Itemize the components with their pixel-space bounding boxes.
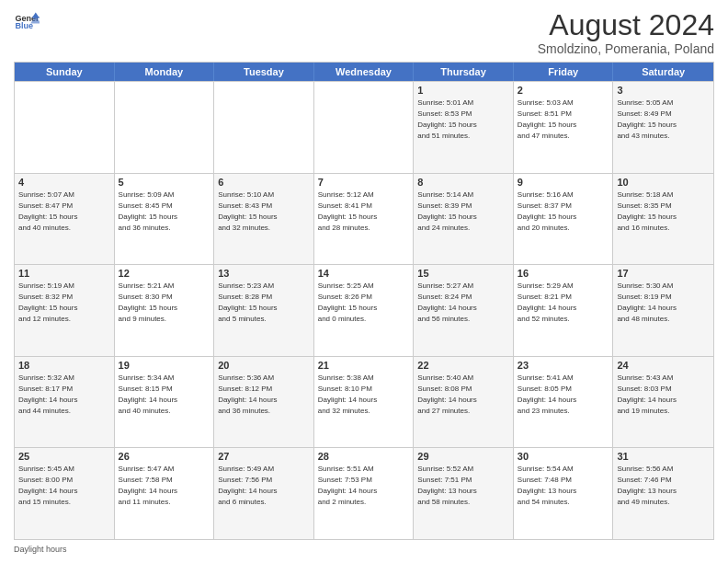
cal-cell-4-3: 28Sunrise: 5:51 AM Sunset: 7:53 PM Dayli… <box>314 448 415 539</box>
cal-cell-1-3: 7Sunrise: 5:12 AM Sunset: 8:41 PM Daylig… <box>314 174 415 265</box>
cal-cell-3-1: 19Sunrise: 5:34 AM Sunset: 8:15 PM Dayli… <box>115 357 215 448</box>
cal-row-3: 18Sunrise: 5:32 AM Sunset: 8:17 PM Dayli… <box>15 356 713 448</box>
cal-cell-3-5: 23Sunrise: 5:41 AM Sunset: 8:05 PM Dayli… <box>514 357 614 448</box>
day-info: Sunrise: 5:18 AM Sunset: 8:35 PM Dayligh… <box>617 190 710 234</box>
day-number: 6 <box>218 177 310 188</box>
day-number: 13 <box>218 268 310 279</box>
cal-cell-3-0: 18Sunrise: 5:32 AM Sunset: 8:17 PM Dayli… <box>15 357 115 448</box>
day-info: Sunrise: 5:21 AM Sunset: 8:30 PM Dayligh… <box>119 281 210 325</box>
day-info: Sunrise: 5:56 AM Sunset: 7:46 PM Dayligh… <box>617 464 710 508</box>
logo: General Blue <box>14 9 40 35</box>
cal-cell-2-3: 14Sunrise: 5:25 AM Sunset: 8:26 PM Dayli… <box>314 265 415 356</box>
cal-cell-4-1: 26Sunrise: 5:47 AM Sunset: 7:58 PM Dayli… <box>115 448 215 539</box>
day-info: Sunrise: 5:34 AM Sunset: 8:15 PM Dayligh… <box>119 373 210 417</box>
day-number: 15 <box>417 268 509 279</box>
weekday-header-tuesday: Tuesday <box>214 63 314 81</box>
day-number: 4 <box>18 177 110 188</box>
cal-cell-3-3: 21Sunrise: 5:38 AM Sunset: 8:10 PM Dayli… <box>314 357 415 448</box>
day-number: 7 <box>318 177 410 188</box>
cal-cell-0-4: 1Sunrise: 5:01 AM Sunset: 8:53 PM Daylig… <box>414 82 514 173</box>
day-info: Sunrise: 5:45 AM Sunset: 8:00 PM Dayligh… <box>18 464 110 508</box>
cal-row-1: 4Sunrise: 5:07 AM Sunset: 8:47 PM Daylig… <box>15 173 713 265</box>
cal-cell-2-0: 11Sunrise: 5:19 AM Sunset: 8:32 PM Dayli… <box>15 265 115 356</box>
cal-cell-2-5: 16Sunrise: 5:29 AM Sunset: 8:21 PM Dayli… <box>514 265 614 356</box>
cal-cell-2-6: 17Sunrise: 5:30 AM Sunset: 8:19 PM Dayli… <box>613 265 713 356</box>
day-info: Sunrise: 5:09 AM Sunset: 8:45 PM Dayligh… <box>119 190 210 234</box>
day-info: Sunrise: 5:43 AM Sunset: 8:03 PM Dayligh… <box>617 373 710 417</box>
day-info: Sunrise: 5:32 AM Sunset: 8:17 PM Dayligh… <box>18 373 110 417</box>
title-block: August 2024 Smoldzino, Pomerania, Poland <box>538 9 714 56</box>
calendar: SundayMondayTuesdayWednesdayThursdayFrid… <box>14 62 714 540</box>
day-number: 8 <box>417 177 509 188</box>
day-info: Sunrise: 5:05 AM Sunset: 8:49 PM Dayligh… <box>617 98 710 142</box>
day-info: Sunrise: 5:30 AM Sunset: 8:19 PM Dayligh… <box>617 281 710 325</box>
day-info: Sunrise: 5:54 AM Sunset: 7:48 PM Dayligh… <box>518 464 609 508</box>
day-number: 10 <box>617 177 710 188</box>
day-number: 2 <box>518 85 609 96</box>
day-number: 14 <box>318 268 410 279</box>
footer-text: Daylight hours <box>14 545 67 554</box>
day-number: 11 <box>18 268 110 279</box>
cal-row-0: 1Sunrise: 5:01 AM Sunset: 8:53 PM Daylig… <box>15 81 713 173</box>
day-info: Sunrise: 5:49 AM Sunset: 7:56 PM Dayligh… <box>218 464 310 508</box>
day-info: Sunrise: 5:47 AM Sunset: 7:58 PM Dayligh… <box>119 464 210 508</box>
day-number: 30 <box>518 451 609 462</box>
day-info: Sunrise: 5:12 AM Sunset: 8:41 PM Dayligh… <box>318 190 410 234</box>
cal-cell-1-4: 8Sunrise: 5:14 AM Sunset: 8:39 PM Daylig… <box>414 174 514 265</box>
cal-cell-4-0: 25Sunrise: 5:45 AM Sunset: 8:00 PM Dayli… <box>15 448 115 539</box>
footer: Daylight hours <box>14 545 714 554</box>
day-info: Sunrise: 5:52 AM Sunset: 7:51 PM Dayligh… <box>417 464 509 508</box>
day-number: 9 <box>518 177 609 188</box>
day-info: Sunrise: 5:29 AM Sunset: 8:21 PM Dayligh… <box>518 281 609 325</box>
cal-cell-1-2: 6Sunrise: 5:10 AM Sunset: 8:43 PM Daylig… <box>214 174 314 265</box>
weekday-header-sunday: Sunday <box>15 63 115 81</box>
day-info: Sunrise: 5:40 AM Sunset: 8:08 PM Dayligh… <box>417 373 509 417</box>
day-info: Sunrise: 5:41 AM Sunset: 8:05 PM Dayligh… <box>518 373 609 417</box>
cal-cell-2-1: 12Sunrise: 5:21 AM Sunset: 8:30 PM Dayli… <box>115 265 215 356</box>
day-info: Sunrise: 5:19 AM Sunset: 8:32 PM Dayligh… <box>18 281 110 325</box>
day-info: Sunrise: 5:07 AM Sunset: 8:47 PM Dayligh… <box>18 190 110 234</box>
cal-cell-4-4: 29Sunrise: 5:52 AM Sunset: 7:51 PM Dayli… <box>414 448 514 539</box>
day-info: Sunrise: 5:16 AM Sunset: 8:37 PM Dayligh… <box>518 190 609 234</box>
day-info: Sunrise: 5:14 AM Sunset: 8:39 PM Dayligh… <box>417 190 509 234</box>
subtitle: Smoldzino, Pomerania, Poland <box>538 41 714 56</box>
day-number: 17 <box>617 268 710 279</box>
cal-cell-1-0: 4Sunrise: 5:07 AM Sunset: 8:47 PM Daylig… <box>15 174 115 265</box>
cal-cell-2-2: 13Sunrise: 5:23 AM Sunset: 8:28 PM Dayli… <box>214 265 314 356</box>
logo-icon: General Blue <box>14 9 40 35</box>
weekday-header-monday: Monday <box>115 63 215 81</box>
cal-cell-1-5: 9Sunrise: 5:16 AM Sunset: 8:37 PM Daylig… <box>514 174 614 265</box>
page: General Blue August 2024 Smoldzino, Pome… <box>0 0 728 563</box>
day-number: 24 <box>617 360 710 371</box>
weekday-header-friday: Friday <box>514 63 614 81</box>
cal-cell-4-6: 31Sunrise: 5:56 AM Sunset: 7:46 PM Dayli… <box>613 448 713 539</box>
cal-cell-4-2: 27Sunrise: 5:49 AM Sunset: 7:56 PM Dayli… <box>214 448 314 539</box>
cal-cell-2-4: 15Sunrise: 5:27 AM Sunset: 8:24 PM Dayli… <box>414 265 514 356</box>
cal-cell-0-2 <box>214 82 314 173</box>
day-number: 27 <box>218 451 310 462</box>
day-info: Sunrise: 5:38 AM Sunset: 8:10 PM Dayligh… <box>318 373 410 417</box>
day-number: 3 <box>617 85 710 96</box>
main-title: August 2024 <box>538 9 714 41</box>
day-number: 12 <box>119 268 210 279</box>
day-number: 23 <box>518 360 609 371</box>
cal-cell-4-5: 30Sunrise: 5:54 AM Sunset: 7:48 PM Dayli… <box>514 448 614 539</box>
day-number: 25 <box>18 451 110 462</box>
day-info: Sunrise: 5:10 AM Sunset: 8:43 PM Dayligh… <box>218 190 310 234</box>
cal-cell-0-6: 3Sunrise: 5:05 AM Sunset: 8:49 PM Daylig… <box>613 82 713 173</box>
cal-row-2: 11Sunrise: 5:19 AM Sunset: 8:32 PM Dayli… <box>15 264 713 356</box>
day-number: 21 <box>318 360 410 371</box>
day-info: Sunrise: 5:03 AM Sunset: 8:51 PM Dayligh… <box>518 98 609 142</box>
day-number: 19 <box>119 360 210 371</box>
day-info: Sunrise: 5:01 AM Sunset: 8:53 PM Dayligh… <box>417 98 509 142</box>
day-number: 28 <box>318 451 410 462</box>
day-number: 26 <box>119 451 210 462</box>
svg-text:Blue: Blue <box>15 21 33 30</box>
header: General Blue August 2024 Smoldzino, Pome… <box>14 9 714 56</box>
cal-cell-1-1: 5Sunrise: 5:09 AM Sunset: 8:45 PM Daylig… <box>115 174 215 265</box>
calendar-header: SundayMondayTuesdayWednesdayThursdayFrid… <box>15 63 713 81</box>
day-number: 18 <box>18 360 110 371</box>
cal-cell-3-2: 20Sunrise: 5:36 AM Sunset: 8:12 PM Dayli… <box>214 357 314 448</box>
day-info: Sunrise: 5:23 AM Sunset: 8:28 PM Dayligh… <box>218 281 310 325</box>
calendar-body: 1Sunrise: 5:01 AM Sunset: 8:53 PM Daylig… <box>15 81 713 539</box>
